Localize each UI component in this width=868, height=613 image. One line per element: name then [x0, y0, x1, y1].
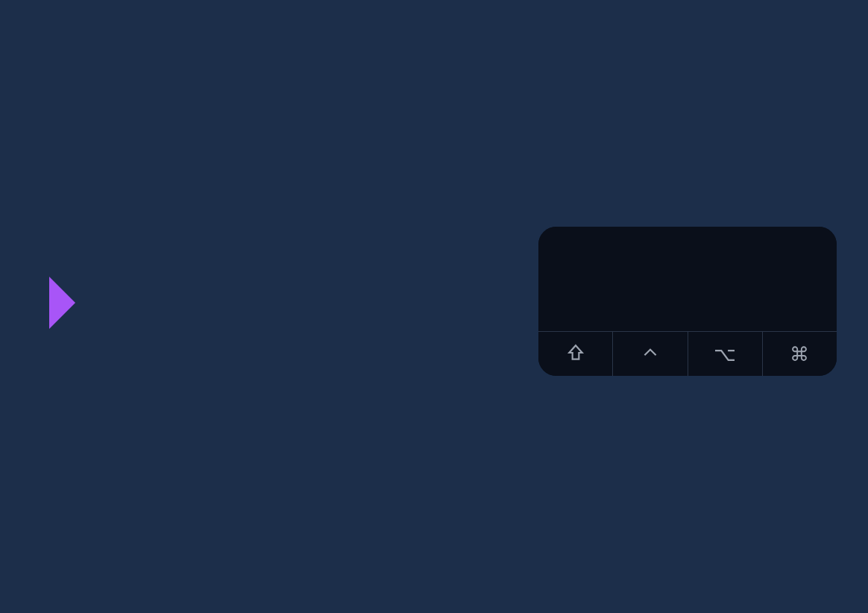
shift-key-button[interactable] — [538, 332, 613, 376]
command-key-button[interactable]: ⌘ — [763, 332, 837, 376]
modifier-key-row: ⌥ ⌘ — [538, 331, 837, 376]
shift-icon — [566, 343, 585, 365]
control-key-button[interactable] — [613, 332, 688, 376]
shortcut-display-area[interactable] — [538, 227, 837, 331]
command-icon: ⌘ — [790, 345, 809, 364]
control-icon — [641, 343, 660, 365]
shortcut-recorder-panel: ⌥ ⌘ — [538, 227, 837, 376]
option-key-button[interactable]: ⌥ — [688, 332, 763, 376]
expand-handle[interactable] — [49, 277, 75, 329]
option-icon: ⌥ — [714, 345, 736, 364]
